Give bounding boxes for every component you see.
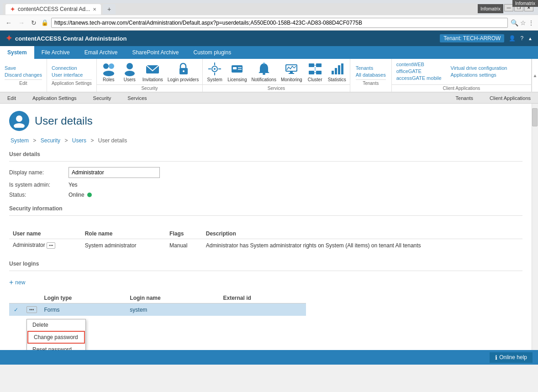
- user-interface-link[interactable]: User interface: [52, 72, 92, 78]
- svg-point-36: [14, 123, 25, 128]
- app-settings-link[interactable]: Applications settings: [451, 72, 507, 78]
- cluster-btn[interactable]: Cluster: [305, 61, 325, 84]
- breadcrumb: System > Security > Users > User details: [9, 137, 522, 144]
- tenants-section-label: Tenants: [356, 79, 386, 86]
- sub-nav-tenants[interactable]: Tenants: [452, 94, 477, 103]
- statistics-icon: [330, 62, 344, 76]
- status-row: Status: Online: [9, 192, 522, 198]
- content-wrapper: User details System > Security > Users >…: [0, 104, 538, 350]
- statistics-btn[interactable]: Statistics: [326, 61, 348, 84]
- invitations-btn[interactable]: Invitations: [141, 61, 165, 84]
- infomatrix-label: Infomatrix: [512, 0, 538, 7]
- licensing-btn[interactable]: Licensing: [226, 61, 248, 84]
- monitoring-btn[interactable]: Monitoring: [279, 61, 304, 84]
- col-actions: [23, 293, 41, 303]
- notifications-btn[interactable]: Notifications: [249, 61, 278, 84]
- sub-nav-app-settings[interactable]: Application Settings: [29, 94, 80, 103]
- star-icon[interactable]: ☆: [520, 19, 526, 26]
- sub-nav-edit[interactable]: Edit: [4, 94, 20, 103]
- contentweb-link[interactable]: contentWEB: [396, 62, 442, 67]
- login-row: ✓ ••• Delete Change password Reset pa: [9, 303, 306, 316]
- security-table: User name Role name Flags Description Ad…: [9, 229, 522, 251]
- users-btn[interactable]: Users: [120, 61, 140, 84]
- menu-icon[interactable]: ⋮: [528, 19, 534, 26]
- system-btn[interactable]: System: [205, 61, 225, 84]
- forward-btn[interactable]: →: [16, 18, 26, 27]
- sub-nav-right: Tenants Client Applications: [452, 94, 534, 103]
- officegate-link[interactable]: officeGATE: [396, 68, 442, 74]
- roles-btn[interactable]: Roles: [99, 61, 119, 84]
- ribbon-collapse-btn[interactable]: ▲: [532, 59, 538, 92]
- status-label: Status:: [9, 192, 69, 198]
- main-nav-file-archive[interactable]: File Archive: [34, 46, 77, 59]
- main-nav-email-archive[interactable]: Email Archive: [77, 46, 125, 59]
- search-icon[interactable]: 🔍: [511, 19, 518, 26]
- page-title: User details: [35, 115, 93, 127]
- client-apps-section-label: Client Applications: [392, 84, 531, 92]
- collapse-arrow-icon[interactable]: ▲: [528, 36, 533, 41]
- minimize-btn[interactable]: —: [504, 4, 513, 11]
- ribbon-content: Save Discard changes Edit Connection Use…: [0, 59, 538, 92]
- scrollbar-thumb[interactable]: [532, 108, 538, 126]
- security-info-section: Security information User name Role name…: [9, 205, 522, 251]
- reset-password-menu-item[interactable]: Reset password: [27, 344, 85, 350]
- svg-point-2: [103, 71, 114, 76]
- svg-rect-33: [338, 65, 340, 74]
- sub-nav-security[interactable]: Security: [90, 94, 115, 103]
- user-icon[interactable]: 👤: [509, 35, 516, 42]
- new-plus-icon: +: [9, 278, 13, 287]
- tab-close-btn[interactable]: ✕: [93, 7, 96, 12]
- change-password-menu-item[interactable]: Change password: [27, 331, 85, 344]
- login-dots-btn[interactable]: •••: [26, 306, 37, 313]
- main-nav-custom-plugins[interactable]: Custom plugins: [186, 46, 239, 59]
- col-description: Description: [202, 229, 522, 239]
- back-btn[interactable]: ←: [4, 18, 14, 27]
- save-link[interactable]: Save: [5, 65, 42, 71]
- breadcrumb-system[interactable]: System: [11, 137, 29, 144]
- display-name-input[interactable]: [69, 167, 160, 178]
- tenants-link[interactable]: Tenants: [356, 65, 386, 71]
- refresh-btn[interactable]: ↻: [29, 18, 38, 27]
- ribbon-tenants-section: Tenants All databases Tenants: [350, 59, 392, 92]
- accessgate-link[interactable]: accessGATE mobile: [396, 75, 442, 81]
- bottom-bar: ℹ Online help: [0, 350, 538, 365]
- ribbon-security-section: Roles Users Invitations: [97, 59, 203, 92]
- sub-nav-left: Edit Application Settings Security Servi…: [4, 94, 151, 103]
- monitoring-label: Monitoring: [281, 77, 302, 83]
- cluster-icon: [308, 62, 322, 76]
- scrollbar[interactable]: [532, 104, 538, 350]
- login-providers-btn[interactable]: Login providers: [166, 61, 200, 84]
- online-help-btn[interactable]: ℹ Online help: [490, 352, 533, 363]
- help-icon[interactable]: ?: [520, 35, 523, 42]
- main-nav-system[interactable]: System: [0, 46, 34, 59]
- invitations-icon: [145, 62, 160, 76]
- main-nav-sharepoint[interactable]: SharePoint Archive: [125, 46, 186, 59]
- col-login-name: Login name: [126, 293, 219, 303]
- delete-menu-item[interactable]: Delete: [27, 319, 85, 330]
- new-label: new: [15, 279, 25, 286]
- client-apps-col1: contentWEB officeGATE accessGATE mobile: [392, 59, 446, 84]
- col-flags: Flags: [166, 229, 202, 239]
- ribbon: Save Discard changes Edit Connection Use…: [0, 59, 538, 93]
- browser-tab[interactable]: ✦ contentACCESS Central Ad... ✕: [5, 4, 101, 15]
- login-check-cell: ✓: [9, 303, 23, 316]
- sec-dots-btn[interactable]: •••: [47, 242, 55, 249]
- discard-link[interactable]: Discard changes: [5, 72, 42, 78]
- sub-nav: Edit Application Settings Security Servi…: [0, 93, 538, 104]
- sub-nav-services[interactable]: Services: [124, 94, 150, 103]
- connection-link[interactable]: Connection: [52, 65, 92, 71]
- breadcrumb-security[interactable]: Security: [41, 137, 60, 144]
- user-details-divider: [9, 161, 522, 162]
- new-tab-btn[interactable]: +: [103, 4, 116, 14]
- sec-flags: Manual: [166, 239, 202, 252]
- login-type-value: Forms: [41, 303, 127, 316]
- all-databases-link[interactable]: All databases: [356, 72, 386, 78]
- new-login-btn[interactable]: + new: [9, 277, 25, 288]
- sub-nav-client-apps[interactable]: Client Applications: [486, 94, 534, 103]
- breadcrumb-users[interactable]: Users: [72, 137, 86, 144]
- virtual-drive-link[interactable]: Virtual drive configuration: [451, 65, 507, 71]
- tenant-label[interactable]: Tenant: TECH-ARROW: [440, 34, 504, 42]
- roles-icon: [101, 62, 116, 76]
- notifications-icon: [257, 62, 271, 76]
- address-input[interactable]: [51, 18, 508, 28]
